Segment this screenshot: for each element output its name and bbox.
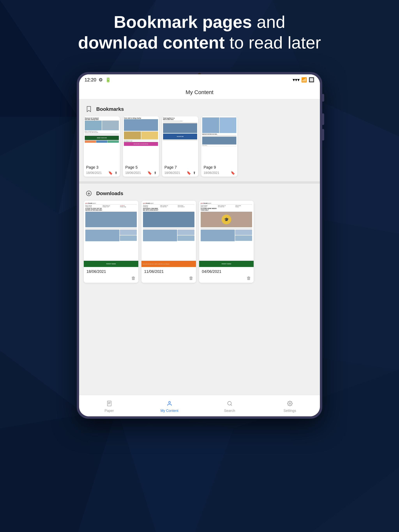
bookmark-card-page7[interactable]: Club together in abid to save lives lett… — [162, 116, 198, 177]
bookmark-thumbnail-page7: Club together in abid to save lives lett… — [162, 116, 198, 163]
settings-nav-icon — [287, 401, 293, 408]
download-thumbnail-3: yourlocalpaper Good holidayplans come Wi… — [199, 201, 254, 267]
bookmark-icon — [84, 105, 93, 113]
headline-regular-part1: and — [252, 12, 285, 32]
status-bar: 12:20 ⚙ 🔋 ▾▾▾ 📶 🔲 — [79, 74, 320, 85]
download-info-1: 18/06/2021 🗑 — [84, 267, 138, 283]
card-footer-page5: 18/06/2021 🔖 ⬆ — [125, 171, 157, 175]
download-date-1: 18/06/2021 — [86, 269, 135, 274]
bookmark-card-page5[interactable]: Civic visit to riding charity Tel 01506 … — [123, 116, 159, 177]
card-actions-5: 🔖 ⬆ — [148, 171, 157, 175]
card-actions-9: 🔖 — [231, 171, 235, 175]
bookmark-btn-7[interactable]: 🔖 — [187, 171, 191, 175]
bookmark-thumbnail-page5: Civic visit to riding charity Tel 01506 … — [123, 116, 159, 163]
app-header-title: My Content — [186, 89, 213, 95]
download-info-3: 04/06/2021 🗑 — [199, 267, 254, 283]
status-bar-right: ▾▾▾ 📶 🔲 — [293, 77, 315, 82]
card-page-label-3: Page 3 — [86, 165, 117, 170]
bookmark-btn-3[interactable]: 🔖 — [108, 171, 113, 175]
card-date-5: 18/06/2021 — [125, 171, 141, 175]
svg-rect-17 — [107, 401, 111, 406]
download-thumbnail-2: yourlocalpaper Standfordchallenge Win a … — [142, 201, 196, 267]
scroll-content[interactable]: Bookmarks Honours for husbandand wife ch… — [79, 99, 320, 395]
headline-regular-part2: to read later — [225, 33, 321, 52]
nav-label-settings: Settings — [283, 409, 296, 413]
nav-item-paper[interactable]: Paper — [79, 399, 139, 413]
tablet-screen: 12:20 ⚙ 🔋 ▾▾▾ 📶 🔲 My Content — [79, 74, 320, 416]
bookmark-card-page9[interactable]: MERCURY MOTORS IS UP AND... THE ARTS... … — [201, 116, 237, 177]
card-actions-7: 🔖 ⬆ — [187, 171, 196, 175]
settings-icon: ⚙ — [99, 77, 103, 82]
search-nav-icon — [227, 401, 232, 408]
card-date-9: 18/06/2021 — [204, 171, 219, 175]
card-info-page5: Page 5 18/06/2021 🔖 ⬆ — [123, 163, 159, 177]
download-actions-1: 🗑 — [86, 276, 135, 281]
card-footer-page3: 18/06/2021 🔖 ⬆ — [86, 171, 117, 175]
bookmark-btn-9[interactable]: 🔖 — [231, 171, 235, 175]
headline: Bookmark pages and download content to r… — [0, 12, 399, 53]
svg-point-21 — [168, 401, 170, 403]
bottom-nav: Paper My Content Searc — [79, 395, 320, 416]
battery-full-icon: 🔲 — [309, 77, 315, 82]
tablet-power-button[interactable] — [322, 94, 324, 102]
card-date-3: 18/06/2021 — [86, 171, 102, 175]
app-header: My Content — [79, 85, 320, 99]
card-info-page9: Page 9 18/06/2021 🔖 — [201, 163, 237, 177]
bookmarks-label: Bookmarks — [96, 106, 124, 112]
download-card-1[interactable]: yourlocalpaper Mayor Morbicharity stunt … — [84, 201, 138, 283]
signal-icon: 📶 — [301, 77, 307, 82]
download-actions-3: 🗑 — [202, 276, 251, 281]
nav-label-search: Search — [224, 409, 235, 413]
share-btn-3[interactable]: ⬆ — [115, 171, 117, 175]
nav-label-my-content: My Content — [160, 409, 178, 413]
card-page-label-9: Page 9 — [204, 165, 235, 170]
bookmark-card-page3[interactable]: Honours for husbandand wife charity team… — [84, 116, 120, 177]
download-card-2[interactable]: yourlocalpaper Standfordchallenge Win a … — [142, 201, 196, 283]
downloads-row: yourlocalpaper Mayor Morbicharity stunt … — [79, 201, 320, 287]
downloads-section-header: Downloads — [79, 184, 320, 201]
nav-item-settings[interactable]: Settings — [260, 399, 320, 413]
bookmark-btn-5[interactable]: 🔖 — [148, 171, 152, 175]
download-date-3: 04/06/2021 — [202, 269, 251, 274]
download-actions-2: 🗑 — [144, 276, 193, 281]
nav-label-paper: Paper — [104, 409, 114, 413]
card-page-label-5: Page 5 — [125, 165, 157, 170]
svg-point-24 — [289, 403, 290, 404]
share-btn-7[interactable]: ⬆ — [193, 171, 196, 175]
tablet-frame: 12:20 ⚙ 🔋 ▾▾▾ 📶 🔲 My Content — [77, 72, 322, 419]
paper-nav-icon — [107, 401, 112, 408]
bookmarks-cards-row: Honours for husbandand wife charity team… — [79, 116, 320, 181]
tablet-volume-down-button[interactable] — [322, 129, 324, 141]
battery-icon: 🔋 — [105, 77, 111, 82]
card-date-7: 18/06/2021 — [164, 171, 180, 175]
delete-btn-3[interactable]: 🗑 — [247, 276, 251, 281]
bookmark-thumbnail-page9: MERCURY MOTORS IS UP AND... THE ARTS... — [201, 116, 237, 163]
delete-btn-1[interactable]: 🗑 — [131, 276, 135, 281]
tablet-volume-up-button[interactable] — [322, 113, 324, 125]
wifi-icon: ▾▾▾ — [293, 77, 300, 82]
status-time: 12:20 — [84, 77, 96, 82]
download-card-3[interactable]: yourlocalpaper Good holidayplans come Wi… — [199, 201, 254, 283]
bookmark-thumbnail-page3: Honours for husbandand wife charity team… — [84, 116, 120, 163]
delete-btn-2[interactable]: 🗑 — [189, 276, 193, 281]
headline-bold-part2: download content — [78, 33, 225, 52]
my-content-nav-icon — [167, 401, 172, 408]
status-bar-left: 12:20 ⚙ 🔋 — [84, 77, 111, 82]
bookmarks-section-header: Bookmarks — [79, 99, 320, 116]
card-actions-3: 🔖 ⬆ — [108, 171, 117, 175]
card-footer-page9: 18/06/2021 🔖 — [204, 171, 235, 175]
download-thumbnail-1: yourlocalpaper Mayor Morbicharity stunt … — [84, 201, 138, 267]
download-icon — [84, 189, 93, 198]
card-footer-page7: 18/06/2021 🔖 ⬆ — [164, 171, 196, 175]
section-separator — [79, 181, 320, 184]
card-info-page3: Page 3 18/06/2021 🔖 ⬆ — [84, 163, 120, 177]
download-info-2: 11/06/2021 🗑 — [142, 267, 196, 283]
svg-line-23 — [231, 405, 232, 405]
downloads-label: Downloads — [96, 190, 123, 196]
download-date-2: 11/06/2021 — [144, 269, 193, 274]
headline-bold-part1: Bookmark pages — [114, 12, 252, 32]
home-indicator — [180, 409, 219, 411]
share-btn-5[interactable]: ⬆ — [154, 171, 157, 175]
card-info-page7: Page 7 18/06/2021 🔖 ⬆ — [162, 163, 198, 177]
card-page-label-7: Page 7 — [164, 165, 196, 170]
